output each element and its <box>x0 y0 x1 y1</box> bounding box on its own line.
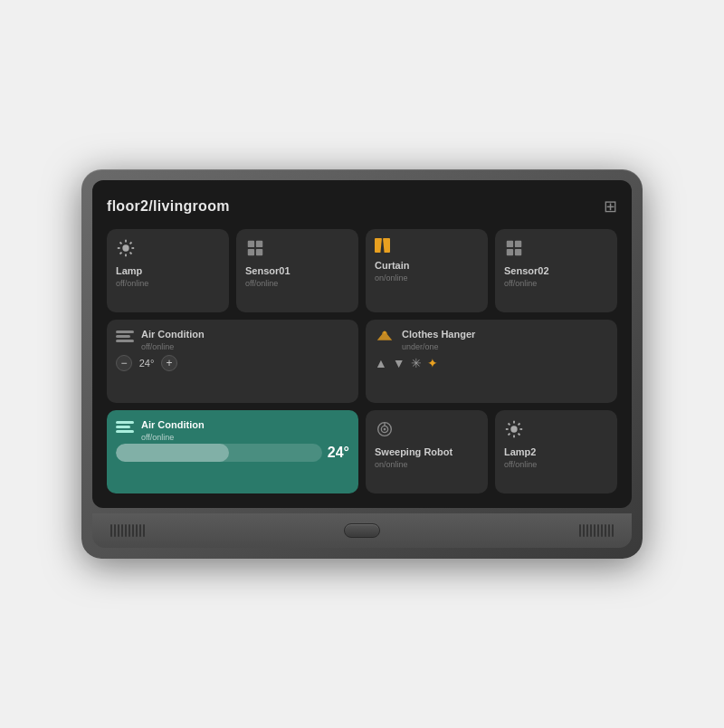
settings-icon[interactable]: ⊞ <box>604 196 617 216</box>
sensor01-icon <box>245 238 265 258</box>
tile-hanger-name: Clothes Hanger <box>402 329 475 340</box>
sensor02-icon-wrapper <box>504 238 608 262</box>
tile-curtain-name: Curtain <box>375 260 479 272</box>
tile-clothes-hanger[interactable]: Clothes Hanger under/one ▲ ▼ ✳ ✦ <box>366 320 617 403</box>
active-air-icon <box>116 421 134 436</box>
home-button[interactable] <box>344 523 380 538</box>
svg-line-29 <box>509 434 510 436</box>
svg-line-28 <box>519 434 520 436</box>
svg-line-6 <box>130 253 132 254</box>
active-temp-display: 24° <box>328 445 349 461</box>
tile-air-condition-status: off/online <box>141 342 205 351</box>
tile-sweep-status: on/online <box>375 460 479 469</box>
speaker-left <box>110 524 145 537</box>
lamp2-icon <box>504 419 524 439</box>
svg-rect-12 <box>256 249 262 255</box>
speaker-right <box>579 524 614 537</box>
tile-sensor01-status: off/online <box>245 279 349 288</box>
svg-rect-13 <box>507 241 513 247</box>
svg-point-20 <box>384 428 386 431</box>
svg-line-7 <box>120 253 122 254</box>
device-bottom-bar <box>92 513 632 548</box>
hanger-down-icon[interactable]: ▼ <box>393 356 405 370</box>
speaker-right-dots <box>579 524 614 537</box>
tile-lamp2-status: off/online <box>504 460 608 469</box>
speaker-left-dots <box>110 524 145 537</box>
hanger-icon <box>375 329 395 352</box>
tile-sensor02-name: Sensor02 <box>504 265 608 277</box>
tile-air-active-name: Air Condition <box>141 419 205 431</box>
device-grid: Lamp off/online Sensor01 off/online <box>107 229 617 493</box>
lamp-icon-wrapper <box>116 238 220 262</box>
active-air-bar-2 <box>116 426 130 428</box>
lamp2-icon-wrapper <box>504 419 608 443</box>
svg-rect-9 <box>248 241 254 247</box>
hanger-controls: ▲ ▼ ✳ ✦ <box>375 356 608 370</box>
active-air-text: Air Condition off/online <box>141 419 205 442</box>
air-condition-controls: − 24° + <box>116 355 349 371</box>
hanger-fan-icon[interactable]: ✳ <box>411 356 422 370</box>
svg-rect-14 <box>515 241 521 247</box>
temp-display: 24° <box>136 358 157 369</box>
air-bar-2 <box>116 335 130 338</box>
hanger-svg <box>375 329 395 349</box>
tile-sweeping-robot[interactable]: Sweeping Robot on/online <box>366 410 488 493</box>
curtain-icon <box>375 238 390 253</box>
sensor01-icon-wrapper <box>245 238 349 262</box>
air-bar-1 <box>116 330 134 333</box>
curtain-icon-wrapper <box>375 238 479 256</box>
tile-hanger-status: under/one <box>402 342 475 351</box>
svg-point-0 <box>122 244 129 251</box>
active-air-slider-row: 24° <box>116 444 349 462</box>
sensor02-icon <box>504 238 524 258</box>
temperature-slider[interactable] <box>116 444 322 462</box>
temp-decrease-button[interactable]: − <box>116 355 132 371</box>
air-bar-3 <box>116 340 134 342</box>
svg-line-30 <box>519 424 520 426</box>
tile-lamp-name: Lamp <box>116 265 220 277</box>
active-air-bars <box>116 421 134 433</box>
smart-display-device: floor2/livingroom ⊞ <box>81 169 643 559</box>
tile-sweep-name: Sweeping Robot <box>375 446 479 458</box>
tile-air-active-status: off/online <box>141 433 205 442</box>
hanger-header: Clothes Hanger under/one <box>375 329 608 352</box>
tile-air-condition-active[interactable]: Air Condition off/online 24° <box>107 410 358 493</box>
svg-rect-11 <box>248 249 254 255</box>
tile-lamp2[interactable]: Lamp2 off/online <box>495 410 617 493</box>
tile-air-condition-name: Air Condition <box>141 329 205 340</box>
svg-rect-16 <box>515 249 521 255</box>
hanger-text: Clothes Hanger under/one <box>402 329 475 351</box>
active-air-bar-1 <box>116 421 134 424</box>
screen: floor2/livingroom ⊞ <box>92 180 632 508</box>
air-condition-icon <box>116 330 134 346</box>
svg-line-27 <box>509 424 510 426</box>
svg-rect-15 <box>507 249 513 255</box>
lamp-icon <box>116 238 136 258</box>
tile-lamp2-name: Lamp2 <box>504 446 608 458</box>
hanger-up-icon[interactable]: ▲ <box>375 356 387 370</box>
hanger-sun-icon[interactable]: ✦ <box>427 356 438 370</box>
active-air-bar-3 <box>116 430 134 433</box>
svg-line-5 <box>120 243 122 244</box>
header: floor2/livingroom ⊞ <box>107 196 617 216</box>
air-bars <box>116 330 134 342</box>
tile-sensor01[interactable]: Sensor01 off/online <box>236 229 358 312</box>
sweeping-robot-icon <box>375 419 395 439</box>
tile-air-condition[interactable]: Air Condition off/online − 24° + <box>107 320 358 403</box>
tile-sensor02-status: off/online <box>504 279 608 288</box>
tile-lamp[interactable]: Lamp off/online <box>107 229 229 312</box>
air-condition-text: Air Condition off/online <box>141 329 205 351</box>
sweeping-robot-icon-wrapper <box>375 419 479 443</box>
tile-lamp-status: off/online <box>116 279 220 288</box>
active-air-header: Air Condition off/online <box>116 419 349 442</box>
svg-point-22 <box>510 426 517 432</box>
tile-sensor02[interactable]: Sensor02 off/online <box>495 229 617 312</box>
tile-curtain[interactable]: Curtain on/online <box>366 229 488 312</box>
temp-increase-button[interactable]: + <box>161 355 177 371</box>
svg-rect-10 <box>256 241 262 247</box>
tile-curtain-status: on/online <box>375 273 479 283</box>
page-title: floor2/livingroom <box>107 198 230 215</box>
svg-line-8 <box>130 243 132 244</box>
tile-sensor01-name: Sensor01 <box>245 265 349 277</box>
temperature-slider-fill <box>116 444 229 462</box>
